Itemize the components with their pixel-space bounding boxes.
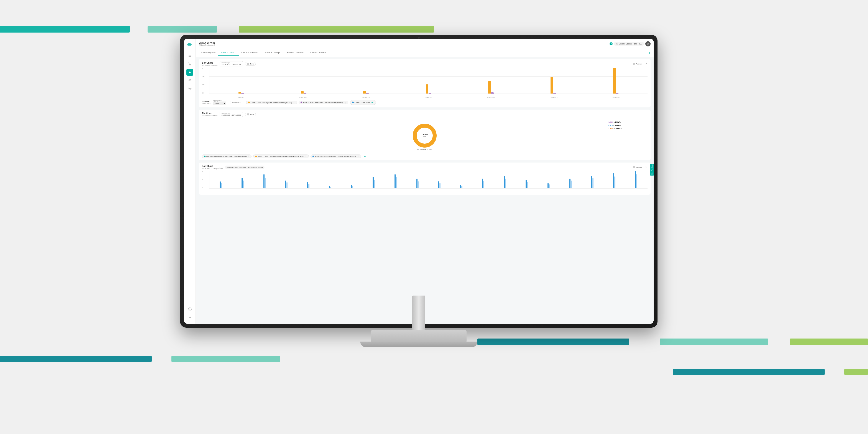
bar-purple-4 — [429, 93, 431, 94]
tab-kubus3[interactable]: Kubus 3 - Energie... — [262, 50, 285, 56]
pill-dot-blue — [352, 101, 354, 103]
meter-pill-orange[interactable]: Kubus 1 - Solar - Heizung/Kälte - Gesamt… — [246, 101, 297, 104]
bb-19 — [604, 171, 625, 188]
cloud-logo[interactable] — [186, 41, 194, 49]
add-metric-button[interactable]: + — [370, 101, 374, 104]
aggregation-select[interactable]: Daily Hourly Monthly — [213, 101, 226, 105]
sidebar-icon-list[interactable] — [186, 52, 193, 59]
help-button[interactable]: ? — [610, 42, 613, 45]
pie-more-3[interactable]: ⋮ — [357, 155, 359, 158]
pill-dot-purple — [301, 101, 302, 103]
pie-legend-item-1: 0.02% 0.20 kWh — [609, 120, 621, 124]
pie-meter-1[interactable]: Kubus 1 - Solar - Beleuchtung - Gesamt W… — [202, 155, 251, 158]
svg-rect-2 — [189, 56, 191, 57]
close-bar-chart-bottom[interactable]: ✕ — [645, 165, 648, 168]
meter-pill-purple[interactable]: Kubus 1 - Solar - Beleuchtung - Gesamt W… — [299, 101, 348, 104]
bar-group-7 — [585, 68, 647, 94]
pie-pill-teal — [204, 156, 206, 157]
pie-meter-3[interactable]: Kubus 1 - Solar - Heizung/Kälte - Gesamt… — [311, 155, 361, 158]
bb-14 — [494, 171, 516, 188]
bar-chart-bottom-title: Bar Chart — [202, 165, 223, 167]
bottom-meter-selector[interactable]: Kubus 1 - Solar - Gesamt ▾ Wirkenergie B… — [225, 165, 264, 169]
pie-chart-title: Pie Chart — [202, 112, 217, 115]
monitor-wrapper: i EMMA Service EMMA Dashboard — [61, 11, 777, 401]
bb-8 — [363, 171, 384, 188]
bar-group-6 — [523, 68, 584, 94]
meter-pill-blue[interactable]: Kubus 1 - Solar - Date + — [350, 100, 376, 105]
pie-pill-blue — [312, 156, 314, 157]
bar-chart-bottom-subtitle: Time period comparison — [202, 167, 223, 169]
pie-date-range-value: 20/08/2023 – 28/08/2023 — [222, 114, 241, 116]
pie-meter-2[interactable]: Kubus 1 - Solar - Daten/Medientechnik - … — [253, 155, 309, 158]
feedback-tab[interactable]: Give Feedback — [650, 164, 654, 176]
sidebar-icon-expand[interactable] — [186, 314, 193, 321]
app-title-sub: EMMA Dashboard — [199, 44, 215, 46]
bar-chart-top-header: Bar Chart Meter comparison Date Range 22… — [202, 61, 648, 66]
energy-label: Electrical energy (kWh) — [202, 101, 211, 104]
sidebar-icon-info[interactable]: i — [186, 306, 193, 313]
time-toggle-pie[interactable]: Time — [245, 113, 256, 116]
bar-group-4 — [398, 68, 459, 94]
monitor-bezel: i EMMA Service EMMA Dashboard — [180, 35, 657, 328]
tab-kubus5[interactable]: Kubus 5 - Smart E... — [308, 50, 331, 56]
tab-bar: Kubus Vergleich Kubus 1 - Solar › Kubus … — [196, 49, 654, 57]
bar-group-2 — [273, 68, 335, 94]
y-axis-top: 300 200 100 0 — [202, 68, 208, 94]
tab-kubus-vergleich[interactable]: Kubus Vergleich — [199, 50, 218, 56]
add-tab-button[interactable]: + — [649, 51, 651, 55]
bb-11 — [429, 171, 450, 188]
monitor: i EMMA Service EMMA Dashboard — [180, 35, 657, 378]
pie-donut-svg: 1,015.61 kWh — [410, 122, 439, 150]
sidebar-icon-active[interactable] — [186, 69, 193, 76]
chart-controls-top: Electrical energy (kWh) Aggregation Dail… — [202, 98, 648, 105]
pie-add-metric[interactable]: + — [363, 155, 367, 158]
pie-chart-subtitle: Meter comparison — [202, 115, 217, 117]
bar-orange-6 — [551, 77, 553, 94]
meter-more-1[interactable]: ⋮ — [293, 101, 295, 104]
pie-more-1[interactable]: ⋮ — [247, 155, 250, 158]
sidebar-icon-layers[interactable] — [186, 77, 193, 84]
bb-7 — [341, 171, 363, 188]
bb-13 — [472, 171, 494, 188]
user-avatar[interactable]: EI — [645, 41, 651, 46]
bb-18 — [582, 171, 603, 188]
pie-legend-item-3: 2.94% 29.89 kWh — [609, 127, 621, 130]
x-labels-top: 22/08/2023 23/08/2023 24/08/2023 25/08/2… — [209, 97, 648, 98]
svg-rect-0 — [189, 55, 191, 55]
bg-bar-6 — [790, 339, 868, 345]
bar-purple-2 — [304, 93, 306, 94]
bar-chart-title-block: Bar Chart Meter comparison — [202, 61, 217, 66]
close-bar-chart-top[interactable]: ✕ — [645, 62, 648, 65]
meter-more-2[interactable]: ⋮ — [344, 101, 346, 104]
svg-point-5 — [189, 88, 190, 89]
sidebar-icon-settings[interactable] — [186, 85, 193, 92]
date-range-value: 22/08/2023 – 28/08/2023 — [222, 64, 241, 65]
date-range-box-top[interactable]: Date Range 22/08/2023 – 28/08/2023 — [220, 61, 243, 66]
tab-kubus1-solar[interactable]: Kubus 1 - Solar › — [218, 50, 239, 56]
bar-orange-3 — [363, 91, 366, 94]
tab-kubus4[interactable]: Kubus 4 - Power C... — [284, 50, 308, 56]
bar-group-3 — [335, 68, 397, 94]
date-range-label: Date Range — [222, 62, 241, 64]
sidebar-icon-cart[interactable] — [186, 61, 193, 67]
bar-chart-bottom-visual: 4 2 0 — [202, 171, 648, 192]
bar-orange-4 — [426, 85, 428, 94]
pie-pill-orange — [255, 156, 257, 157]
time-toggle-top[interactable]: Time — [245, 62, 256, 65]
pie-more-2[interactable]: ⋮ — [305, 155, 307, 158]
average-dot — [633, 63, 635, 65]
pie-legend-item-2: 0.01% 0.05 kWh — [609, 124, 621, 127]
pie-bottom-label: 97.03% 985.47 kWh — [417, 149, 432, 151]
aggregation-control: Aggregation Daily Hourly Monthly — [213, 100, 226, 105]
svg-text:1,015.61: 1,015.61 — [421, 133, 428, 135]
content-area[interactable]: Give Feedback Bar Chart Meter comparison… — [196, 57, 654, 324]
y-axis-bottom: 4 2 0 — [202, 171, 208, 189]
tab-kubus2[interactable]: Kubus 2 - Smart W... — [239, 50, 262, 56]
pie-chart-section: Pie Chart Meter comparison Date Range 20… — [199, 110, 651, 160]
pill-dot-orange — [248, 101, 250, 103]
date-range-box-pie[interactable]: Date Range 20/08/2023 – 28/08/2023 — [220, 112, 243, 117]
bb-4 — [276, 171, 297, 188]
statistics-button[interactable]: Statistics ▾ — [230, 101, 242, 104]
time-toggle-dot — [247, 63, 249, 65]
svg-point-10 — [417, 128, 432, 144]
